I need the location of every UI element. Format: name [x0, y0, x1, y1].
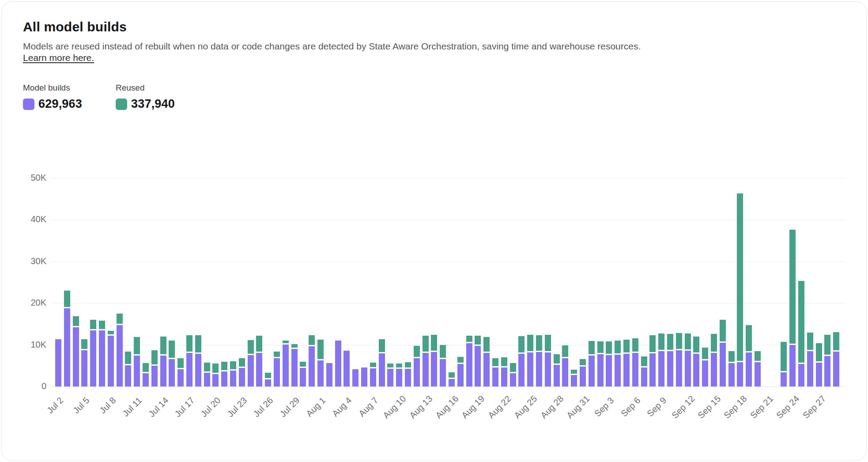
model-builds-segment: [108, 336, 114, 386]
bar-aug-9[interactable]: [387, 364, 393, 386]
bar-sep-14[interactable]: [702, 348, 708, 386]
learn-more-link[interactable]: Learn more here.: [23, 53, 94, 63]
bar-aug-30[interactable]: [571, 370, 577, 386]
bar-sep-16[interactable]: [720, 320, 726, 386]
bar-jul-17[interactable]: [186, 335, 192, 386]
bar-aug-18[interactable]: [466, 336, 472, 386]
bar-sep-10[interactable]: [667, 334, 673, 386]
bar-sep-29[interactable]: [833, 332, 839, 386]
bar-aug-26[interactable]: [536, 335, 542, 386]
bar-jul-9[interactable]: [117, 314, 123, 386]
bar-jul-15[interactable]: [169, 341, 175, 386]
bar-jul-25[interactable]: [256, 336, 262, 386]
bar-jul-10[interactable]: [125, 352, 131, 386]
bar-sep-25[interactable]: [798, 281, 804, 386]
bar-jul-6[interactable]: [90, 320, 96, 386]
bar-aug-2[interactable]: [326, 362, 332, 386]
bar-sep-19[interactable]: [746, 325, 752, 386]
bar-sep-5[interactable]: [623, 340, 630, 386]
bar-jul-3[interactable]: [64, 291, 70, 386]
bar-aug-6[interactable]: [361, 366, 367, 386]
bar-sep-28[interactable]: [824, 335, 830, 386]
bar-aug-16[interactable]: [449, 372, 455, 386]
reused-segment: [492, 358, 498, 367]
model-builds-segment: [449, 379, 455, 386]
bar-jul-2[interactable]: [55, 338, 61, 386]
bar-jul-16[interactable]: [177, 358, 184, 386]
bar-jul-4[interactable]: [73, 316, 79, 386]
bar-jul-8[interactable]: [108, 331, 114, 386]
bar-sep-24[interactable]: [789, 230, 796, 386]
model-builds-segment: [536, 352, 542, 386]
bar-sep-9[interactable]: [658, 333, 664, 386]
bar-aug-5[interactable]: [352, 368, 359, 386]
bar-jul-24[interactable]: [248, 340, 254, 386]
bar-jul-28[interactable]: [283, 341, 289, 386]
bar-sep-26[interactable]: [807, 333, 813, 386]
bar-aug-21[interactable]: [492, 358, 498, 386]
bar-jul-23[interactable]: [239, 358, 245, 386]
bar-jul-18[interactable]: [195, 335, 201, 386]
bar-aug-29[interactable]: [562, 345, 568, 386]
reused-segment: [405, 362, 411, 369]
bar-sep-18[interactable]: [737, 193, 743, 386]
bar-jul-14[interactable]: [160, 337, 166, 386]
bar-jul-19[interactable]: [204, 363, 210, 386]
bar-sep-27[interactable]: [816, 343, 822, 386]
bar-sep-4[interactable]: [615, 341, 621, 386]
bar-jul-21[interactable]: [221, 362, 227, 386]
bar-aug-3[interactable]: [335, 339, 341, 386]
bar-aug-27[interactable]: [545, 335, 551, 386]
bar-sep-17[interactable]: [728, 351, 735, 386]
bar-aug-31[interactable]: [580, 359, 586, 386]
bar-sep-20[interactable]: [755, 351, 761, 386]
bar-aug-22[interactable]: [501, 357, 507, 386]
bar-sep-12[interactable]: [685, 333, 691, 386]
bar-sep-11[interactable]: [676, 333, 682, 386]
bar-sep-6[interactable]: [632, 338, 638, 386]
bar-sep-3[interactable]: [606, 341, 612, 386]
description: Models are reused instead of rebuilt whe…: [23, 41, 663, 64]
bar-aug-1[interactable]: [317, 340, 324, 386]
bar-aug-11[interactable]: [405, 362, 411, 386]
bar-jul-7[interactable]: [99, 321, 105, 386]
bar-sep-1[interactable]: [589, 341, 595, 386]
bar-sep-23[interactable]: [781, 342, 787, 386]
bar-jul-30[interactable]: [300, 362, 306, 386]
bar-aug-23[interactable]: [510, 363, 516, 386]
bar-jul-27[interactable]: [274, 352, 280, 386]
bar-sep-8[interactable]: [649, 335, 656, 386]
bar-jul-31[interactable]: [309, 335, 315, 386]
bar-jul-11[interactable]: [134, 337, 140, 386]
model-builds-segment: [623, 354, 630, 386]
bar-jul-20[interactable]: [212, 364, 219, 386]
bar-jul-29[interactable]: [291, 344, 298, 386]
bar-aug-13[interactable]: [423, 336, 429, 386]
bar-aug-4[interactable]: [343, 349, 350, 386]
bar-sep-15[interactable]: [711, 334, 717, 386]
bar-aug-28[interactable]: [554, 354, 560, 386]
bar-sep-13[interactable]: [693, 337, 699, 386]
bar-aug-8[interactable]: [379, 339, 385, 386]
bar-aug-25[interactable]: [527, 335, 533, 386]
bar-aug-7[interactable]: [370, 363, 376, 386]
bar-sep-7[interactable]: [641, 356, 647, 386]
bar-sep-2[interactable]: [597, 341, 604, 386]
model-builds-segment: [343, 351, 350, 386]
bar-aug-19[interactable]: [475, 336, 481, 386]
bar-jul-26[interactable]: [265, 373, 271, 386]
bar-aug-24[interactable]: [518, 336, 525, 386]
bar-aug-20[interactable]: [483, 337, 490, 386]
bar-jul-22[interactable]: [230, 361, 236, 386]
reused-segment: [728, 351, 735, 363]
bar-aug-12[interactable]: [414, 346, 420, 386]
bar-aug-15[interactable]: [440, 345, 446, 386]
bar-jul-13[interactable]: [151, 350, 158, 386]
reused-segment: [483, 337, 490, 353]
bar-jul-5[interactable]: [81, 339, 87, 386]
bar-jul-12[interactable]: [143, 363, 149, 386]
bar-aug-17[interactable]: [457, 357, 464, 386]
bar-aug-10[interactable]: [396, 364, 402, 386]
reused-segment: [73, 316, 79, 327]
bar-aug-14[interactable]: [431, 335, 437, 386]
